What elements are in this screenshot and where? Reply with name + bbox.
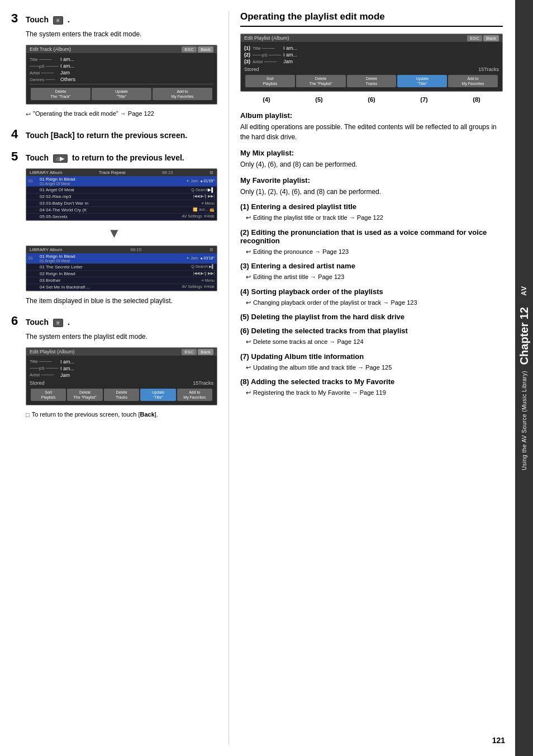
pe-title-label: Title ──── [253, 46, 283, 51]
step3-body: The system enters the track edit mode. [26, 29, 217, 39]
lib-title-2: LIBRARY Album [30, 247, 62, 252]
playlist-esc-btn[interactable]: ESC [182, 349, 196, 355]
sort-playlists-btn[interactable]: SortPlaylists [31, 389, 66, 401]
item8-heading-text: (8) Adding the selected tracks to My Fav… [240, 377, 394, 386]
p-screen-row-title: Title ──── I am... [30, 359, 213, 365]
p-stored-label: Stored [30, 380, 45, 386]
step6-body: The system enters the playlist edit mode… [26, 332, 217, 342]
note-arrow-6: □ [26, 410, 30, 420]
screen-row-artist: Artist ──── Jam [30, 70, 213, 75]
item8-arrow: ↩ [246, 388, 251, 398]
playlist-screen-title: Edit Playlist (Album) [30, 349, 75, 355]
item3-body: ↩ Editing the artist title → Page 123 [246, 272, 503, 282]
step5-touch-label: Touch [26, 153, 49, 162]
lib-time-2: 98:15 [130, 247, 141, 252]
p-ps-value: I am... [60, 366, 74, 371]
library-screen-1: LIBRARY Album Track Repeat 98:15 ⊙ 01 01… [26, 168, 217, 221]
item1-arrow: ↩ [246, 213, 251, 223]
lib-time-1: 98:15 [162, 170, 173, 175]
tab-subtitle: Using the AV Source (Music Library) [521, 371, 528, 470]
playlist-screen-container: Edit Playlist (Album) ESC Back (1) Title… [240, 34, 503, 103]
pe-row-artist: (3) Artist ──── Jam [244, 59, 499, 64]
item6-heading-text: (6) Deleting the selected tracks from th… [240, 327, 408, 335]
item5-heading-text: (5) Deleting the playlist from the hard … [240, 313, 404, 321]
delete-tracks-btn[interactable]: DeleteTracks [104, 389, 139, 401]
track-name-s2-main: 01 Reign In Blead [40, 254, 186, 259]
pe-update-title-btn[interactable]: Update"Title" [397, 75, 447, 87]
delete-playlist-btn[interactable]: DeleteThe "Playlist" [67, 389, 102, 401]
screen-row-genres: Genres ─── Others [30, 77, 213, 82]
add-favorites-btn-p[interactable]: Add toMy Favorites [177, 389, 212, 401]
p-ps-label: ───pS ──── [30, 366, 60, 371]
pe-screen-title: Edit Playlist (Album) [244, 35, 289, 41]
screen-row-ps: ───pS ──── I am... [30, 63, 213, 69]
lib-row-2: 01 Angel Of Meat Q-Search ▶▌ [26, 187, 217, 193]
pe-back-btn[interactable]: Back [483, 35, 499, 41]
main-content: 3 Touch ≡ . The system enters the track … [0, 0, 515, 756]
lib-row-s2-4: 03 Brother ≡ Menu [26, 277, 217, 284]
playlist-screen-body: Title ──── I am... ───pS ──── I am... Ar… [26, 356, 217, 405]
lib-row-6: 05 05-Secretz AV Settings ✕Hide [26, 214, 217, 220]
item1-note: Editing the playlist title or track titl… [253, 213, 383, 223]
update-title-btn[interactable]: Update"Title" [92, 88, 151, 100]
step6-period: . [68, 317, 70, 327]
lib-row-4: 03 03-Baby Don't War m ≡ Menu [26, 200, 217, 207]
arrow-down: ▼ [11, 225, 217, 241]
label-6: (6) [368, 96, 375, 103]
back-btn[interactable]: Back [198, 46, 213, 53]
lib-header-1: LIBRARY Album Track Repeat 98:15 ⊙ [26, 169, 217, 176]
lib-row-s2-1: 01 01 Reign In Blead 01 Angel Of Meat ✦ … [26, 253, 217, 264]
pe-stored-label: Stored [244, 67, 259, 72]
step5-heading: 5 Touch ⌂▶ to return to the previous lev… [11, 149, 217, 164]
p-screen-row-ps: ───pS ──── I am... [30, 366, 213, 371]
step6-number: 6 [11, 314, 21, 328]
screen-divider [30, 84, 213, 84]
lib-row-s2-3: 02 Reign In Blead |◀◀ ▶/‖ ▶▶| [26, 271, 217, 277]
lib-row-5: 04 04-The World Cry (K 🔀 acc... 📻 [26, 207, 217, 214]
item4-body: ↩ Changing playback order of the playlis… [246, 298, 503, 308]
pe-del-playlist-btn[interactable]: DeleteThe "Playlist" [296, 75, 346, 87]
note-content: "Operating the track edit mode" → Page 1… [33, 109, 154, 119]
title-value: I am... [60, 56, 74, 62]
step3-number: 3 [11, 11, 21, 26]
lib-icon-2: ⊙ [210, 247, 213, 252]
step4-number: 4 [11, 127, 21, 141]
item5-heading: (5) Deleting the playlist from the hard … [240, 313, 503, 321]
track-name-main: 01 Reign In Blead [40, 177, 186, 182]
track-num: 01 [28, 179, 40, 183]
screen-header-buttons: ESC Back [182, 46, 213, 52]
track-time-s2: ● 03'18" [200, 256, 215, 260]
item8-note: Registering the track to My Favorite → P… [253, 388, 386, 398]
track-artist: ✦ Jam [186, 179, 198, 183]
screen-buttons: DeleteThe "Track" Update"Title" Add toMy… [30, 86, 213, 102]
item1-heading: (1) Entering a desired playlist title [240, 202, 503, 211]
delete-track-btn[interactable]: DeleteThe "Track" [31, 88, 91, 100]
pe-buttons: SortPlaylists DeleteThe "Playlist" Delet… [244, 73, 499, 89]
page-container: 3 Touch ≡ . The system enters the track … [0, 0, 533, 756]
track-search-2: Q-Search [191, 188, 208, 192]
add-favorites-btn[interactable]: Add toMy Favorites [153, 88, 212, 100]
pe-num-3: (3) [244, 59, 250, 64]
item6-body: ↩ Delete some tracks at once → Page 124 [246, 337, 503, 347]
step3-period: . [68, 15, 70, 24]
step3-icon: ≡ [53, 16, 63, 25]
screen-header: Edit Track (Album) ESC Back [26, 45, 217, 53]
update-title-btn-p[interactable]: Update"Title" [140, 389, 175, 401]
pe-del-tracks-btn[interactable]: DeleteTracks [347, 75, 397, 87]
pe-artist-value: Jam [283, 59, 293, 64]
p-screen-row-artist: Artist ──── Jam [30, 372, 213, 378]
pe-screen-body: (1) Title ──── I am... (2) ───pS ──── I … [241, 42, 502, 91]
pe-add-fav-btn[interactable]: Add toMy Favorites [448, 75, 498, 87]
track-info-block: 01 Reign In Blead 01 Angel Of Meat [40, 177, 186, 186]
pe-artist-label: Artist ──── [253, 59, 283, 64]
item8-body: ↩ Registering the track to My Favorite →… [246, 388, 503, 398]
pe-sort-btn[interactable]: SortPlaylists [245, 75, 295, 87]
esc-btn[interactable]: ESC [182, 46, 196, 53]
item6-note: Delete some tracks at once → Page 124 [253, 337, 364, 347]
playlist-back-btn[interactable]: Back [198, 349, 213, 355]
item3-note: Editing the artist title → Page 123 [253, 272, 344, 282]
track-name-s2-5: 04 Set Me In Backdraft ... [40, 285, 182, 290]
track-sub: 01 Angel Of Meat [40, 182, 186, 186]
p-artist-value: Jam [60, 372, 70, 378]
pe-esc-btn[interactable]: ESC [467, 35, 482, 41]
